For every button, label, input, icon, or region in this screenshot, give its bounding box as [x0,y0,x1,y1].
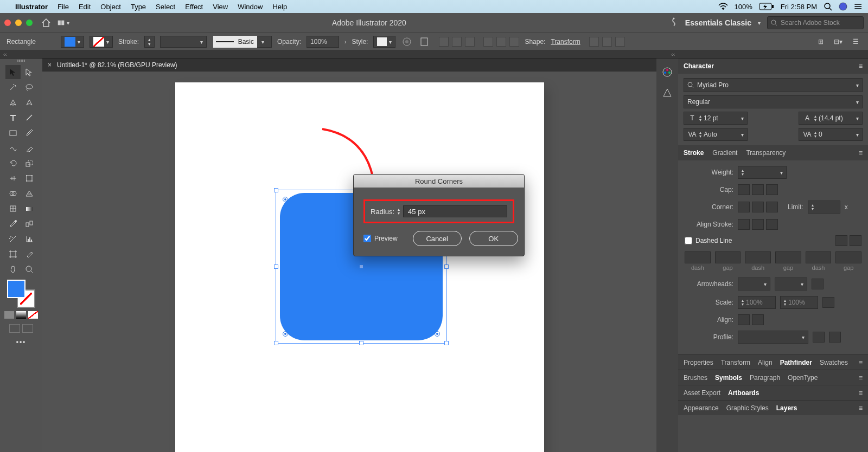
symbol-sprayer-tool[interactable] [5,232,21,246]
handle-l[interactable] [274,264,278,269]
flip-profile-v[interactable] [829,332,841,343]
magic-wand-tool[interactable] [5,80,21,94]
align-top-button[interactable] [483,37,493,47]
panel-menu-icon[interactable]: ≡ [859,149,863,157]
width-profile[interactable]: ▾ [738,331,808,344]
home-button[interactable] [40,17,52,29]
handle-b[interactable] [359,341,363,345]
cap-butt[interactable] [738,184,750,195]
panel-menu-button[interactable]: ☰ [850,36,861,48]
fill-stroke-indicator[interactable] [7,280,35,308]
stock-search[interactable]: Search Adobe Stock [767,16,864,29]
chevron-down-icon[interactable]: ▾ [758,20,761,26]
spotlight-icon[interactable] [824,2,832,11]
pen-tool[interactable] [5,95,21,109]
siri-icon[interactable] [839,2,847,11]
transparency-tab[interactable]: Transparency [746,149,786,157]
flip-profile-h[interactable] [813,332,825,343]
align-hcenter-button[interactable] [452,37,462,47]
font-size-field[interactable]: T▴▾12 pt▾ [684,112,748,125]
handle-tl[interactable] [274,188,278,192]
paintbrush-tool[interactable] [22,126,37,140]
brush-definition[interactable]: Basic▾ [212,36,272,48]
menu-edit[interactable]: Edit [79,3,91,11]
font-family-field[interactable]: Myriad Pro ▾ [684,78,863,92]
lasso-tool[interactable] [22,80,37,94]
cancel-button[interactable]: Cancel [413,231,462,246]
screen-mode-full[interactable] [22,324,33,333]
panel-menu-icon[interactable]: ≡ [859,62,863,70]
transform-link[interactable]: Transform [551,38,580,46]
align-stroke-outside[interactable] [766,219,778,230]
eyedropper-tool[interactable] [5,217,21,231]
link-scale[interactable] [822,297,834,308]
stroke-weight-field[interactable]: ▴▾ [144,36,155,48]
radius-input[interactable] [403,205,507,217]
dash-input-2[interactable] [745,251,771,263]
gradient-tab[interactable]: Gradient [712,149,737,157]
tab-brushes[interactable]: Brushes [684,374,707,382]
tab-opentype[interactable]: OpenType [788,374,818,382]
arrow-align-path[interactable] [752,314,764,325]
graph-tool[interactable] [22,232,37,246]
tab-layers[interactable]: Layers [776,404,797,412]
direct-selection-tool[interactable] [22,65,37,79]
dash-input-1[interactable] [685,251,711,263]
menu-type[interactable]: Type [131,3,146,11]
perspective-tool[interactable] [22,186,37,201]
scale-tool[interactable] [22,156,37,170]
workspace-switcher[interactable]: Essentials Classic [685,18,751,27]
tab-asset-export[interactable]: Asset Export [684,389,720,397]
toolbox-grip[interactable] [12,60,30,63]
arrow-end[interactable]: ▾ [775,277,807,290]
mesh-tool[interactable] [5,202,21,216]
leading-field[interactable]: A▴▾(14.4 pt)▾ [799,112,863,125]
fill-swatch[interactable]: ▾ [61,36,84,48]
color-guide-icon[interactable] [661,87,673,99]
character-tab[interactable]: Character [684,62,714,70]
opacity-flyout[interactable]: › [344,39,346,45]
color-panel-icon[interactable] [661,66,673,78]
recolor-button[interactable] [401,36,413,48]
discover-button[interactable] [669,17,679,29]
shape-builder-tool[interactable] [5,186,21,201]
color-mode-none[interactable] [28,311,38,319]
isolate-button[interactable] [589,37,599,47]
rotate-tool[interactable] [5,156,21,170]
hand-tool[interactable] [5,262,21,276]
corner-miter[interactable] [738,202,750,212]
stroke-tab[interactable]: Stroke [684,149,704,157]
app-menu-name[interactable]: Illustrator [15,3,48,11]
group-button[interactable] [602,37,612,47]
menu-window[interactable]: Window [238,3,263,11]
tab-artboards[interactable]: Artboards [728,389,759,397]
slice-tool[interactable] [22,247,37,261]
zoom-tool[interactable] [22,262,37,276]
color-mode-solid[interactable] [4,311,14,319]
arrow-scale-start[interactable]: ▴▾100% [738,296,776,309]
ungroup-button[interactable] [615,37,625,47]
menu-effect[interactable]: Effect [185,3,203,11]
gap-input-3[interactable] [835,251,861,263]
graphic-style[interactable]: ▾ [373,36,395,48]
align-left-button[interactable] [439,37,449,47]
corner-widget-tl[interactable] [283,197,288,202]
expand-left-icon[interactable]: ‹‹ [3,51,7,57]
snap-button[interactable]: ⊟▾ [832,36,844,48]
tab-symbols[interactable]: Symbols [715,374,742,382]
dashed-line-checkbox[interactable]: Dashed Line [685,237,732,244]
handle-r[interactable] [444,264,449,269]
tab-graphic-styles[interactable]: Graphic Styles [726,404,769,412]
handle-br[interactable] [444,341,449,345]
handle-bl[interactable] [274,341,278,345]
tab-swatches[interactable]: Swatches [820,359,848,366]
tab-paragraph[interactable]: Paragraph [750,374,780,382]
screen-mode-normal[interactable] [9,324,20,333]
align-stroke-inside[interactable] [752,219,764,230]
miter-limit-input[interactable]: ▴▾ [808,201,840,214]
canvas[interactable]: Round Corners Radius: ▴▾ Preview Cancel … [42,72,656,452]
gradient-tool[interactable] [22,202,37,216]
close-window-button[interactable] [4,20,11,26]
panel-menu-icon[interactable]: ≡ [859,359,863,366]
edit-toolbar-button[interactable]: ••• [16,338,27,346]
